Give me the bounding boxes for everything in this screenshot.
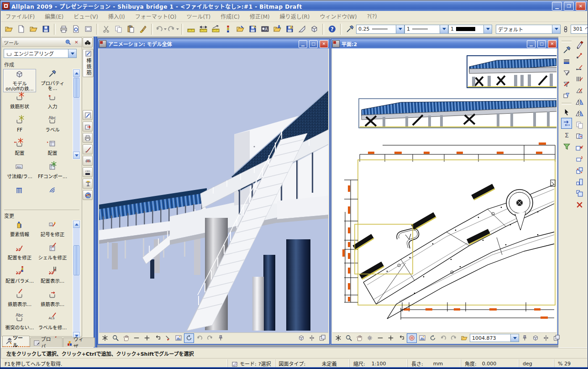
edit-angle-button[interactable] xyxy=(574,85,585,96)
tool-item-rebar-shape[interactable]: 鉄筋形状 xyxy=(3,92,36,116)
tool-item-model-rebar[interactable]: モデル on/offの鉄... xyxy=(3,69,36,92)
copy-button[interactable] xyxy=(112,23,125,35)
modify-scrollbar[interactable] xyxy=(73,220,80,340)
undo-dropdown-arrow[interactable] xyxy=(164,28,167,30)
previous-view-button[interactable] xyxy=(152,333,163,343)
open-text-favorite-button[interactable]: A xyxy=(271,23,284,35)
pen-width-combo[interactable]: 0.25 xyxy=(356,25,404,34)
zoom-all-button[interactable] xyxy=(100,333,110,343)
status-angle-unit[interactable]: deg xyxy=(519,359,554,368)
layer-filter-button[interactable] xyxy=(561,56,572,67)
menu-tools[interactable]: ツール(T) xyxy=(187,12,211,20)
animation-viewport[interactable] xyxy=(99,48,328,333)
scroll-down-icon[interactable] xyxy=(73,152,80,159)
scroll-thumb[interactable] xyxy=(74,78,79,98)
pin-palette-icon[interactable] xyxy=(64,39,71,46)
pick-properties-button[interactable] xyxy=(344,23,356,35)
tool-item-input[interactable]: 入力 xyxy=(36,92,69,116)
pan-button[interactable] xyxy=(121,333,131,343)
copy-window-button[interactable] xyxy=(317,333,327,343)
menu-window[interactable]: ウィンドウ(W) xyxy=(320,12,357,20)
zoom-section-button[interactable] xyxy=(344,333,354,343)
color-list-button[interactable] xyxy=(222,23,234,35)
animation-maximize-button[interactable]: □ xyxy=(309,40,318,48)
plan-close-button[interactable]: ✕ xyxy=(548,40,556,48)
pen-width-dropdown[interactable] xyxy=(396,25,404,33)
redo-view-button[interactable] xyxy=(449,333,459,343)
strip-ced-button[interactable]: CED xyxy=(83,167,93,177)
link-button[interactable] xyxy=(561,23,571,35)
format-brush-button[interactable] xyxy=(137,23,149,35)
copy-rotate-button[interactable] xyxy=(574,153,585,164)
strip-render-button[interactable] xyxy=(83,190,93,200)
tool-item-collision-free[interactable]: 衝突のない... xyxy=(3,313,36,337)
zoom-in-button[interactable] xyxy=(142,333,152,343)
rotate-view-button[interactable] xyxy=(184,333,194,343)
strip-crane-button[interactable] xyxy=(83,179,93,189)
tool-item-modify-mark[interactable]: 記号を修正 xyxy=(36,220,69,243)
edit-point-button[interactable] xyxy=(574,51,585,62)
redo-button[interactable] xyxy=(167,23,179,35)
edit-pen-button[interactable] xyxy=(574,39,585,50)
redo-view-button[interactable] xyxy=(205,333,215,343)
zoom-all-button[interactable] xyxy=(333,333,343,343)
plan-minimize-button[interactable]: ▁ xyxy=(527,40,536,48)
set-square-button[interactable] xyxy=(296,23,308,35)
pan-button[interactable] xyxy=(354,333,364,343)
pen-filter-button[interactable] xyxy=(561,67,572,78)
tab-tools[interactable]: ツール xyxy=(2,336,30,347)
section-hatch-button[interactable] xyxy=(407,333,417,343)
measure-distance-button[interactable] xyxy=(197,23,210,35)
element-filter-button[interactable] xyxy=(561,90,572,101)
brush-filter-button[interactable] xyxy=(561,79,572,90)
animation-minimize-button[interactable]: ▁ xyxy=(299,40,307,48)
line-color-dropdown[interactable] xyxy=(483,25,492,33)
cut-button[interactable] xyxy=(100,23,112,35)
line-style-dropdown[interactable] xyxy=(440,25,448,33)
filter-button[interactable] xyxy=(561,141,572,152)
tool-item-rebar-display-1[interactable]: 鉄筋表示... xyxy=(3,290,36,313)
bitmap-text-button[interactable]: A xyxy=(259,23,271,35)
title-bar[interactable]: Allplan 2009 - プレゼンテーション - Shibuya bridg… xyxy=(1,1,587,11)
scroll-up-icon[interactable] xyxy=(73,221,80,228)
move-button[interactable] xyxy=(574,131,585,142)
zoom-section-button[interactable] xyxy=(110,333,121,343)
window-layout-button[interactable] xyxy=(82,23,94,35)
close-palette-icon[interactable]: ✕ xyxy=(73,39,80,46)
tool-item-ff-component[interactable]: FFコンポー... xyxy=(36,162,69,185)
tool-item-modify-placement[interactable]: 配置を修正 xyxy=(3,243,36,267)
split-window-button[interactable] xyxy=(541,333,551,343)
view-scale-combo[interactable]: 1004.873 xyxy=(470,334,519,342)
tool-item-mesh-bars[interactable] xyxy=(3,185,36,209)
zoom-in-button[interactable] xyxy=(386,333,396,343)
menu-insert[interactable]: 挿入(I) xyxy=(108,12,125,20)
eyedropper-button[interactable] xyxy=(561,44,572,55)
rotate-view-button[interactable] xyxy=(428,333,438,343)
tool-item-ff[interactable]: FF xyxy=(3,116,36,139)
undo-button[interactable] xyxy=(155,23,167,35)
tool-item-place-2[interactable]: 配置 xyxy=(36,139,69,162)
mirror-copy-button[interactable] xyxy=(574,96,585,107)
redo-dropdown-arrow[interactable] xyxy=(176,28,179,30)
image-view-button[interactable] xyxy=(417,333,427,343)
tool-item-placement-display[interactable]: 配置表示... xyxy=(36,267,69,290)
palette-title-bar[interactable]: ツール ✕ xyxy=(2,38,82,47)
minimize-button[interactable]: ▁ xyxy=(552,2,562,11)
swap-direction-button[interactable] xyxy=(561,118,572,129)
strip-schedule-button[interactable] xyxy=(83,133,93,143)
menu-repeat[interactable]: 繰り返し(R) xyxy=(280,12,310,20)
save-favorite-button[interactable] xyxy=(247,23,259,35)
menu-format[interactable]: フォーマット(O) xyxy=(135,12,177,20)
pin-view-button[interactable] xyxy=(215,333,226,343)
layer-dropdown[interactable] xyxy=(552,25,560,33)
plan-maximize-button[interactable]: □ xyxy=(537,40,546,48)
tool-item-span-bars[interactable] xyxy=(36,185,69,209)
save-button[interactable] xyxy=(40,23,52,35)
scroll-up-icon[interactable] xyxy=(73,69,80,77)
tool-item-rebar-display-2[interactable]: 鉄筋表示... xyxy=(36,290,69,313)
palette-category-dropdown[interactable] xyxy=(68,49,76,58)
tool-item-pick-properties[interactable]: プロパティを... xyxy=(36,69,69,92)
paste-button[interactable] xyxy=(125,23,137,35)
create-scrollbar[interactable] xyxy=(73,69,80,159)
animation-window[interactable]: アニメーション: モデル全体 ▁ □ ✕ xyxy=(97,38,330,345)
